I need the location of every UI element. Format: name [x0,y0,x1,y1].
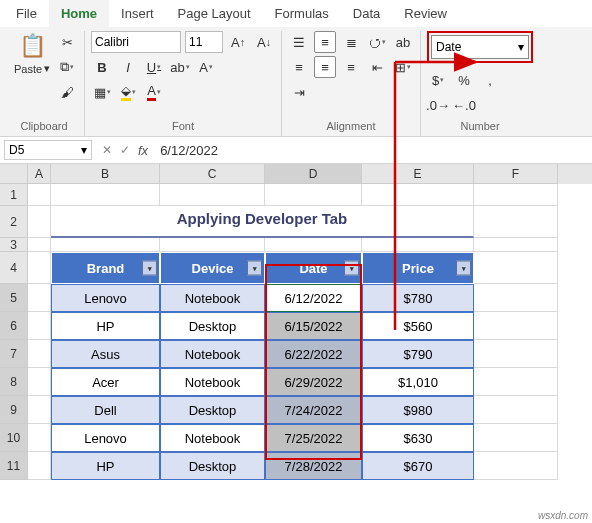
merge-button[interactable]: ⊞▾ [392,56,414,78]
cell-price[interactable]: $780 [362,284,474,312]
table-header-price[interactable]: Price▾ [362,252,474,284]
cell-device[interactable]: Notebook [160,284,265,312]
row-header[interactable]: 2 [0,206,28,238]
fx-icon[interactable]: fx [138,143,148,158]
tab-page-layout[interactable]: Page Layout [166,0,263,27]
bold-button[interactable]: B [91,56,113,78]
cell-date[interactable]: 6/29/2022 [265,368,362,396]
cell-date[interactable]: 7/24/2022 [265,396,362,424]
table-header-date[interactable]: Date▾ [265,252,362,284]
cell-price[interactable]: $1,010 [362,368,474,396]
cell-price[interactable]: $560 [362,312,474,340]
align-top-button[interactable]: ☰ [288,31,310,53]
cell-device[interactable]: Notebook [160,340,265,368]
format-painter-button[interactable]: 🖌 [56,81,78,103]
formula-input[interactable]: 6/12/2022 [154,141,592,160]
cell-brand[interactable]: Lenovo [51,284,160,312]
cut-button[interactable]: ✂ [56,31,78,53]
tab-data[interactable]: Data [341,0,392,27]
cell-brand[interactable]: Lenovo [51,424,160,452]
row-header[interactable]: 10 [0,424,28,452]
cell-date[interactable]: 6/22/2022 [265,340,362,368]
cell-device[interactable]: Desktop [160,312,265,340]
align-center-button[interactable]: ≡ [314,56,336,78]
align-middle-button[interactable]: ≡ [314,31,336,53]
cell-device[interactable]: Notebook [160,368,265,396]
decrease-decimal-button[interactable]: ←.0 [453,94,475,116]
tab-review[interactable]: Review [392,0,459,27]
row-header[interactable]: 3 [0,238,28,252]
cell-date[interactable]: 6/15/2022 [265,312,362,340]
cancel-formula-icon[interactable]: ✕ [102,143,112,157]
underline-button[interactable]: U▾ [143,56,165,78]
cell-date[interactable]: 7/28/2022 [265,452,362,480]
table-header-device[interactable]: Device▾ [160,252,265,284]
font-size-combo[interactable] [185,31,223,53]
cell-device[interactable]: Desktop [160,396,265,424]
filter-icon[interactable]: ▾ [456,261,471,276]
table-header-brand[interactable]: Brand▾ [51,252,160,284]
tab-formulas[interactable]: Formulas [263,0,341,27]
chevron-down-icon: ▾ [518,40,524,54]
cell-date[interactable]: 6/12/2022 [265,284,362,312]
row-header[interactable]: 8 [0,368,28,396]
tab-file[interactable]: File [4,0,49,27]
copy-button[interactable]: ⧉▾ [56,56,78,78]
col-header-d[interactable]: D [265,164,362,184]
comma-button[interactable]: , [479,69,501,91]
paste-button[interactable]: 📋 Paste▾ [10,31,54,77]
filter-icon[interactable]: ▾ [344,261,359,276]
decrease-indent-button[interactable]: ⇤ [366,56,388,78]
border-button[interactable]: ▦▾ [91,81,113,103]
col-header-a[interactable]: A [28,164,51,184]
row-header[interactable]: 4 [0,252,28,284]
orientation-button[interactable]: ⭯▾ [366,31,388,53]
select-all-corner[interactable] [0,164,28,184]
row-header[interactable]: 1 [0,184,28,206]
tab-insert[interactable]: Insert [109,0,166,27]
percent-button[interactable]: % [453,69,475,91]
row-header[interactable]: 9 [0,396,28,424]
cell-brand[interactable]: Asus [51,340,160,368]
filter-icon[interactable]: ▾ [247,261,262,276]
row-header[interactable]: 7 [0,340,28,368]
align-bottom-button[interactable]: ≣ [340,31,362,53]
cell-date[interactable]: 7/25/2022 [265,424,362,452]
font-color-button[interactable]: A▾ [143,81,165,103]
cell-brand[interactable]: HP [51,452,160,480]
cell-brand[interactable]: HP [51,312,160,340]
increase-indent-button[interactable]: ⇥ [288,81,310,103]
cell-price[interactable]: $790 [362,340,474,368]
increase-font-button[interactable]: A↑ [227,31,249,53]
font-more-button[interactable]: A▾ [195,56,217,78]
row-header[interactable]: 11 [0,452,28,480]
cell-price[interactable]: $980 [362,396,474,424]
align-left-button[interactable]: ≡ [288,56,310,78]
row-header[interactable]: 6 [0,312,28,340]
wrap-text-button[interactable]: ab [392,31,414,53]
col-header-e[interactable]: E [362,164,474,184]
name-box[interactable]: D5 ▾ [4,140,92,160]
currency-button[interactable]: $▾ [427,69,449,91]
col-header-c[interactable]: C [160,164,265,184]
cell-device[interactable]: Desktop [160,452,265,480]
font-name-combo[interactable] [91,31,181,53]
col-header-b[interactable]: B [51,164,160,184]
col-header-f[interactable]: F [474,164,558,184]
italic-button[interactable]: I [117,56,139,78]
number-format-combo[interactable]: Date ▾ [431,35,529,59]
filter-icon[interactable]: ▾ [142,261,157,276]
double-underline-button[interactable]: ab▾ [169,56,191,78]
cell-device[interactable]: Notebook [160,424,265,452]
increase-decimal-button[interactable]: .0→ [427,94,449,116]
cell-price[interactable]: $630 [362,424,474,452]
cell-brand[interactable]: Acer [51,368,160,396]
row-header[interactable]: 5 [0,284,28,312]
align-right-button[interactable]: ≡ [340,56,362,78]
decrease-font-button[interactable]: A↓ [253,31,275,53]
cell-price[interactable]: $670 [362,452,474,480]
enter-formula-icon[interactable]: ✓ [120,143,130,157]
tab-home[interactable]: Home [49,0,109,27]
cell-brand[interactable]: Dell [51,396,160,424]
fill-color-button[interactable]: ⬙▾ [117,81,139,103]
